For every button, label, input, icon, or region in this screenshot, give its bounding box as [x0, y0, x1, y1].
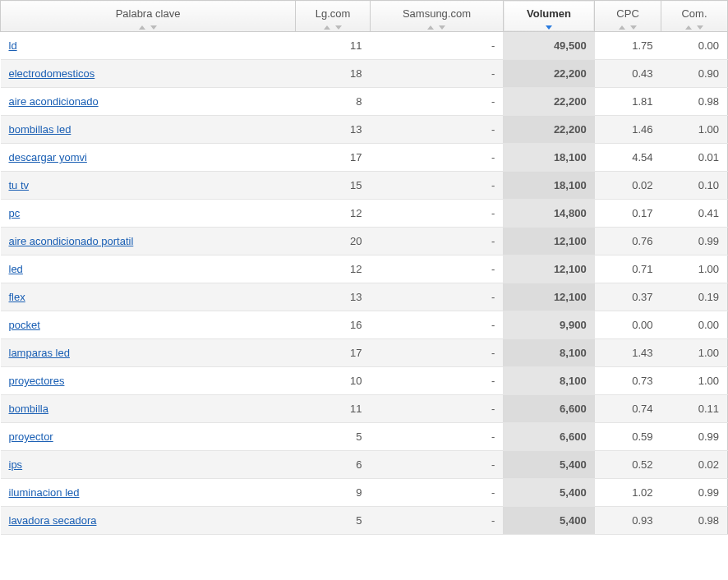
cell-com: 0.02 [661, 451, 728, 479]
cell-samsung: - [371, 255, 504, 283]
cell-com: 0.00 [661, 311, 728, 339]
keyword-link[interactable]: electrodomesticos [9, 67, 95, 80]
cell-samsung: - [371, 423, 504, 451]
keyword-link[interactable]: tu tv [9, 179, 30, 191]
cell-keyword: bombillas led [1, 116, 296, 144]
column-header-keyword[interactable]: Palabra clave [1, 1, 296, 32]
column-header-cpc[interactable]: CPC [595, 1, 661, 32]
cell-cpc: 0.74 [595, 395, 661, 423]
cell-volume: 12,100 [503, 255, 594, 283]
keyword-link[interactable]: aire acondicionado portatil [9, 235, 134, 247]
table-row: electrodomesticos18-22,2000.430.90 [1, 60, 728, 88]
column-header-lg[interactable]: Lg.com [296, 1, 371, 32]
keyword-link[interactable]: bombilla [9, 403, 48, 415]
table-row: lamparas led17-8,1001.431.00 [1, 339, 728, 367]
cell-volume: 5,400 [503, 479, 594, 507]
table-row: descargar yomvi17-18,1004.540.01 [1, 144, 728, 172]
table-row: ips6-5,4000.520.02 [1, 451, 728, 479]
table-row: aire acondicionado8-22,2001.810.98 [1, 88, 728, 116]
keyword-link[interactable]: proyectores [9, 375, 65, 387]
column-header-samsung[interactable]: Samsung.com [371, 1, 504, 32]
cell-keyword: led [1, 255, 296, 283]
table-row: lavadora secadora5-5,4000.930.98 [1, 507, 728, 535]
cell-samsung: - [371, 311, 504, 339]
keyword-link[interactable]: bombillas led [9, 123, 71, 136]
cell-volume: 22,200 [503, 60, 594, 88]
sort-icon [619, 25, 637, 30]
cell-samsung: - [371, 32, 504, 60]
cell-cpc: 0.73 [595, 367, 661, 395]
cell-volume: 12,100 [503, 228, 594, 255]
cell-cpc: 0.00 [595, 311, 661, 339]
cell-lg: 8 [296, 88, 371, 116]
cell-com: 0.90 [661, 60, 728, 88]
keyword-link[interactable]: pocket [9, 319, 40, 331]
keyword-table: Palabra clave Lg.com Samsung.com Volumen… [0, 0, 728, 535]
cell-com: 0.98 [661, 507, 728, 535]
cell-keyword: aire acondicionado [1, 88, 296, 116]
sort-icon [139, 25, 157, 30]
keyword-link[interactable]: iluminacion led [9, 486, 80, 499]
cell-samsung: - [371, 367, 504, 395]
cell-samsung: - [371, 116, 504, 144]
table-row: pocket16-9,9000.000.00 [1, 311, 728, 339]
cell-lg: 17 [296, 144, 371, 172]
keyword-link[interactable]: proyector [9, 430, 53, 443]
cell-keyword: lavadora secadora [1, 507, 296, 535]
cell-lg: 12 [296, 255, 371, 283]
cell-cpc: 4.54 [595, 144, 661, 172]
sort-icon [427, 25, 445, 30]
sort-icon-active [546, 25, 552, 30]
cell-com: 0.99 [661, 228, 728, 255]
keyword-link[interactable]: pc [9, 207, 21, 219]
keyword-link[interactable]: lamparas led [9, 347, 70, 359]
table-row: pc12-14,8000.170.41 [1, 200, 728, 228]
cell-cpc: 0.59 [595, 423, 661, 451]
cell-lg: 5 [296, 423, 371, 451]
cell-keyword: pocket [1, 311, 296, 339]
cell-cpc: 0.93 [595, 507, 661, 535]
keyword-link[interactable]: descargar yomvi [9, 151, 87, 163]
cell-com: 0.99 [661, 423, 728, 451]
cell-samsung: - [371, 228, 504, 255]
cell-lg: 11 [296, 32, 371, 60]
column-header-volume[interactable]: Volumen [503, 1, 594, 32]
cell-com: 0.41 [661, 200, 728, 228]
cell-com: 1.00 [661, 339, 728, 367]
cell-cpc: 1.81 [595, 88, 661, 116]
cell-lg: 15 [296, 172, 371, 200]
keyword-link[interactable]: aire acondicionado [9, 95, 99, 108]
keyword-link[interactable]: ld [9, 39, 17, 52]
cell-com: 0.19 [661, 283, 728, 311]
cell-samsung: - [371, 507, 504, 535]
column-label: Samsung.com [403, 7, 471, 20]
cell-volume: 18,100 [503, 144, 594, 172]
sort-icon [324, 25, 342, 30]
cell-keyword: proyector [1, 423, 296, 451]
sort-icon [685, 25, 703, 30]
cell-volume: 18,100 [503, 172, 594, 200]
keyword-link[interactable]: lavadora secadora [9, 514, 97, 527]
table-row: bombillas led13-22,2001.461.00 [1, 116, 728, 144]
cell-com: 0.00 [661, 32, 728, 60]
table-row: flex13-12,1000.370.19 [1, 283, 728, 311]
cell-lg: 12 [296, 200, 371, 228]
keyword-link[interactable]: flex [9, 291, 25, 303]
cell-volume: 8,100 [503, 339, 594, 367]
cell-samsung: - [371, 60, 504, 88]
cell-volume: 5,400 [503, 507, 594, 535]
keyword-link[interactable]: led [9, 263, 23, 275]
cell-samsung: - [371, 339, 504, 367]
cell-lg: 6 [296, 451, 371, 479]
cell-volume: 22,200 [503, 88, 594, 116]
keyword-link[interactable]: ips [9, 458, 23, 471]
cell-volume: 12,100 [503, 283, 594, 311]
cell-lg: 13 [296, 283, 371, 311]
column-header-com[interactable]: Com. [661, 1, 728, 32]
cell-cpc: 0.02 [595, 172, 661, 200]
cell-cpc: 0.76 [595, 228, 661, 255]
cell-cpc: 0.37 [595, 283, 661, 311]
table-header-row: Palabra clave Lg.com Samsung.com Volumen… [1, 1, 728, 32]
cell-cpc: 1.43 [595, 339, 661, 367]
cell-com: 0.01 [661, 144, 728, 172]
